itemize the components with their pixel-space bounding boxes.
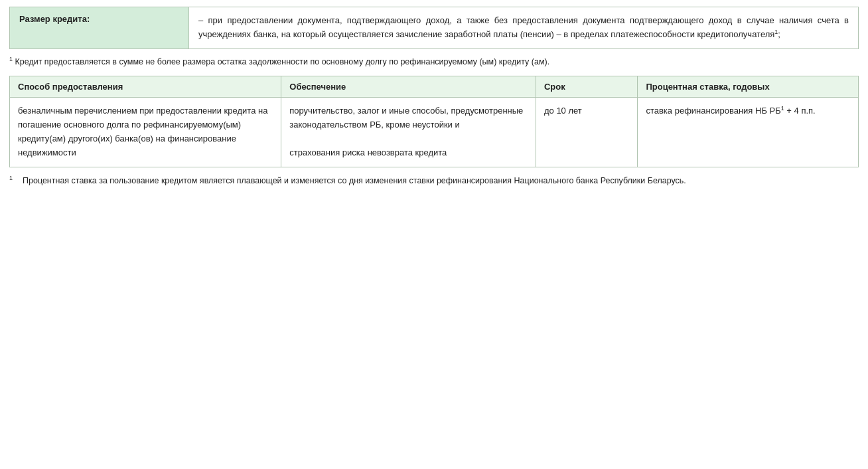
cell-method: безналичным перечислением при предоставл… <box>10 98 281 167</box>
header-security: Обеспечение <box>281 76 536 98</box>
main-credit-table: Способ предоставления Обеспечение Срок П… <box>9 76 859 167</box>
cell-security: поручительство, залог и иные способы, пр… <box>281 98 536 167</box>
credit-size-content: – при предоставлении документа, подтверж… <box>189 7 859 49</box>
footnote-number-bottom: 1 <box>9 174 19 187</box>
table-row: безналичным перечислением при предоставл… <box>10 98 859 167</box>
footnote-top: 1 Кредит предоставляется в сумме не боле… <box>9 56 859 68</box>
cell-term: до 10 лет <box>536 98 637 167</box>
credit-size-label: Размер кредита: <box>10 7 189 49</box>
footnote-bottom-text: Процентная ставка за пользование кредито… <box>23 174 686 187</box>
footnote-bottom: 1 Процентная ставка за пользование креди… <box>9 174 859 187</box>
cell-rate: ставка рефинансирования НБ РБ1 + 4 п.п. <box>638 98 859 167</box>
credit-size-table: Размер кредита: – при предоставлении док… <box>9 7 859 49</box>
header-rate: Процентная ставка, годовых <box>638 76 859 98</box>
header-method: Способ предоставления <box>10 76 281 98</box>
header-term: Срок <box>536 76 637 98</box>
